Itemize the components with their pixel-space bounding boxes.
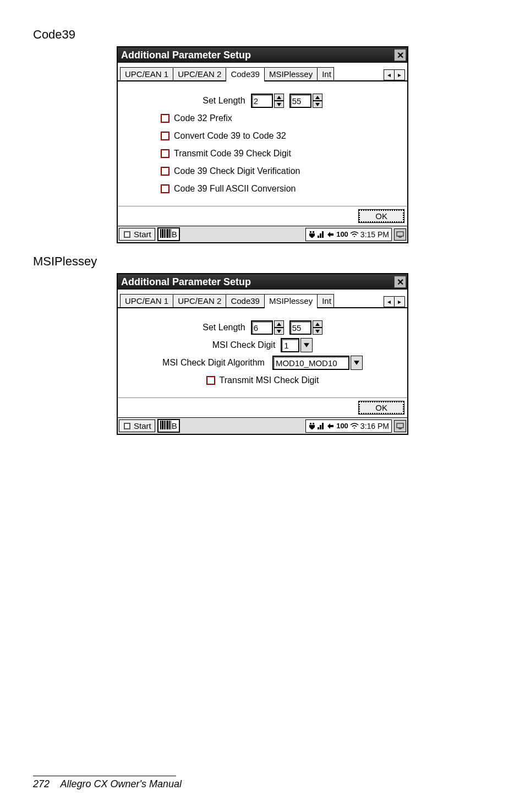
taskbar-app[interactable]: B (157, 419, 180, 433)
plug-icon (308, 422, 316, 430)
spin-down-button[interactable] (274, 101, 284, 108)
tab-upcean2[interactable]: UPC/EAN 2 (173, 294, 226, 307)
dropdown-button[interactable] (351, 356, 363, 370)
svg-rect-19 (320, 425, 321, 429)
checkbox-fullascii[interactable]: Code 39 Full ASCII Conversion (161, 184, 296, 194)
svg-marker-0 (277, 96, 281, 99)
clock-text: 3:15 PM (360, 230, 389, 239)
svg-rect-9 (397, 232, 403, 236)
ok-button[interactable]: OK (359, 401, 404, 414)
wifi-icon (350, 423, 359, 429)
spin-up-button[interactable] (313, 94, 322, 101)
set-length-label: Set Length (203, 96, 245, 106)
dropdown-button[interactable] (300, 338, 313, 352)
wifi-icon (350, 231, 359, 238)
svg-marker-15 (354, 361, 359, 365)
tab-content: Set Length Code 32 Prefix Convert Code 3… (118, 81, 407, 206)
svg-marker-2 (315, 96, 320, 99)
check-digit-value[interactable] (281, 338, 299, 352)
tab-scroll-left-button[interactable]: ◂ (384, 296, 395, 307)
start-icon (123, 230, 132, 239)
taskbar: Start B 100 3:16 PM (118, 417, 407, 434)
svg-rect-18 (318, 427, 319, 429)
triangle-down-icon (277, 330, 281, 333)
chevron-left-icon: ◂ (387, 298, 391, 306)
set-length-label: Set Length (203, 323, 245, 333)
tab-scroll: ◂ ▸ (384, 296, 405, 307)
tab-code39[interactable]: Code39 (226, 294, 265, 307)
spin-up-button[interactable] (274, 320, 284, 328)
tab-msiplessey[interactable]: MSIPlessey (264, 67, 318, 80)
svg-rect-20 (322, 423, 324, 429)
barcode-icon (160, 421, 172, 431)
tab-upcean1[interactable]: UPC/EAN 1 (120, 67, 173, 80)
length-min-input[interactable] (251, 94, 273, 108)
manual-title: Allegro CX Owner's Manual (60, 778, 182, 789)
taskbar-app[interactable]: B (157, 227, 180, 241)
battery-text: 100 (336, 422, 348, 430)
system-tray: 100 3:16 PM (305, 419, 392, 433)
ok-bar: OK (118, 397, 407, 417)
svg-marker-12 (315, 323, 320, 326)
ok-button[interactable]: OK (359, 210, 404, 222)
algorithm-value[interactable] (272, 356, 349, 370)
length-min-spinner (251, 320, 284, 335)
checkbox-transmit-msi[interactable]: Transmit MSI Check Digit (206, 375, 319, 385)
checkbox-transmit[interactable]: Transmit Code 39 Check Digit (161, 149, 291, 159)
show-desktop-button[interactable] (394, 228, 406, 241)
svg-rect-5 (125, 232, 129, 237)
start-button[interactable]: Start (119, 419, 155, 432)
tab-msiplessey[interactable]: MSIPlessey (264, 294, 318, 308)
window-title: Additional Parameter Setup (121, 50, 251, 61)
checkbox-label: Transmit Code 39 Check Digit (174, 149, 291, 159)
tab-int[interactable]: Int (317, 294, 334, 307)
spin-up-button[interactable] (274, 94, 284, 101)
length-min-spinner (251, 94, 284, 108)
tab-scroll-right-button[interactable]: ▸ (394, 296, 405, 307)
algorithm-row: MSI Check Digit Algorithm (128, 356, 397, 370)
start-label: Start (134, 230, 151, 239)
algorithm-select[interactable] (272, 356, 363, 370)
tab-upcean2[interactable]: UPC/EAN 2 (173, 67, 226, 80)
start-button[interactable]: Start (119, 228, 155, 241)
tabbar: UPC/EAN 1 UPC/EAN 2 Code39 MSIPlessey In… (118, 290, 407, 308)
section-label: Code39 (33, 28, 492, 42)
start-icon (123, 422, 132, 430)
spin-down-button[interactable] (313, 328, 322, 335)
checkbox-icon (161, 167, 169, 176)
check-digit-label: MSI Check Digit (212, 340, 276, 350)
length-min-input[interactable] (251, 320, 273, 335)
check-digit-row: MSI Check Digit (128, 338, 397, 352)
checkbox-icon (161, 114, 169, 123)
tab-upcean1[interactable]: UPC/EAN 1 (120, 294, 173, 307)
checkbox-verify[interactable]: Code 39 Check Digit Verification (161, 166, 300, 176)
window-msiplessey: Additional Parameter Setup ✕ UPC/EAN 1 U… (117, 273, 408, 435)
check-digit-select[interactable] (281, 338, 313, 352)
show-desktop-button[interactable] (394, 420, 406, 432)
length-max-input[interactable] (289, 320, 311, 335)
checkbox-convert[interactable]: Convert Code 39 to Code 32 (161, 131, 286, 141)
page-footer: 272 Allegro CX Owner's Manual (33, 776, 492, 790)
checkbox-label: Code 39 Full ASCII Conversion (174, 184, 296, 194)
start-label: Start (134, 421, 151, 430)
close-button[interactable]: ✕ (394, 276, 406, 288)
close-button[interactable]: ✕ (394, 49, 406, 61)
checkbox-code32-prefix[interactable]: Code 32 Prefix (161, 113, 232, 123)
window-title: Additional Parameter Setup (121, 276, 251, 288)
tab-code39[interactable]: Code39 (226, 67, 265, 81)
page-number: 272 (33, 778, 50, 789)
triangle-down-icon (315, 103, 320, 106)
spin-down-button[interactable] (274, 328, 284, 335)
sync-icon (327, 231, 335, 238)
tab-scroll-right-button[interactable]: ▸ (394, 69, 405, 80)
tab-scroll-left-button[interactable]: ◂ (384, 69, 395, 80)
length-max-spinner (289, 320, 322, 335)
titlebar: Additional Parameter Setup ✕ (118, 47, 407, 63)
checkbox-icon (161, 149, 169, 158)
tab-int[interactable]: Int (317, 67, 334, 80)
spin-down-button[interactable] (313, 101, 322, 108)
length-max-input[interactable] (289, 94, 311, 108)
svg-rect-7 (320, 233, 321, 238)
tab-scroll: ◂ ▸ (384, 69, 405, 80)
spin-up-button[interactable] (313, 320, 322, 328)
